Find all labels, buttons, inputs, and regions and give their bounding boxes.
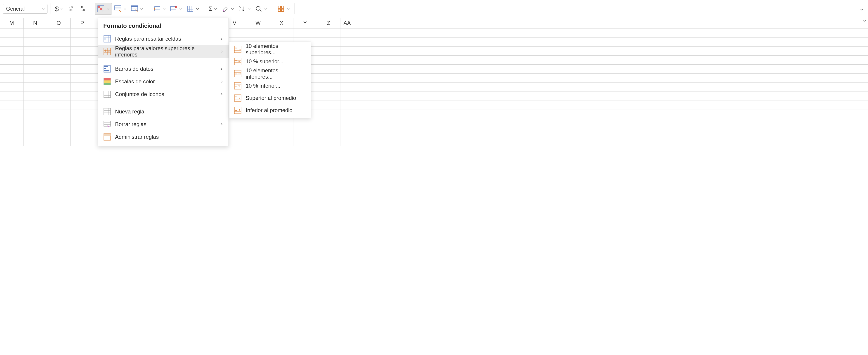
cell[interactable] (47, 137, 70, 146)
cell[interactable] (24, 92, 47, 101)
format-as-table-button[interactable] (112, 3, 129, 15)
cell[interactable] (47, 37, 70, 46)
cell[interactable] (340, 128, 354, 137)
column-header[interactable]: X (270, 18, 293, 28)
cell[interactable] (340, 56, 354, 64)
cell[interactable] (246, 128, 270, 137)
cell[interactable] (24, 83, 47, 92)
cell[interactable] (246, 119, 270, 128)
cell[interactable] (0, 83, 24, 92)
cell[interactable] (70, 128, 94, 137)
cell[interactable] (0, 37, 24, 46)
cell[interactable] (47, 119, 70, 128)
cell[interactable] (70, 110, 94, 119)
cell[interactable] (47, 101, 70, 109)
cell[interactable] (47, 74, 70, 83)
cell[interactable] (70, 92, 94, 101)
cell[interactable] (0, 110, 24, 119)
delete-cells-button[interactable] (168, 3, 184, 15)
column-header[interactable]: M (0, 18, 24, 28)
cell[interactable] (70, 37, 94, 46)
cell[interactable] (0, 92, 24, 101)
cell[interactable] (293, 128, 317, 137)
cell[interactable] (47, 29, 70, 37)
cell[interactable] (70, 29, 94, 37)
cell[interactable] (24, 110, 47, 119)
menu-color-scales[interactable]: Escalas de color (98, 75, 228, 88)
cell[interactable] (24, 128, 47, 137)
cell[interactable] (70, 74, 94, 83)
cell-styles-button[interactable] (129, 3, 145, 15)
cell[interactable] (340, 92, 354, 101)
cell[interactable] (47, 56, 70, 64)
increase-decimal-button[interactable]: ←0 ,00 (66, 3, 77, 15)
menu-clear-rules[interactable]: Borrar reglas (98, 118, 228, 131)
cell[interactable] (270, 29, 293, 37)
cell[interactable] (0, 74, 24, 83)
column-header[interactable]: W (246, 18, 270, 28)
menu-new-rule[interactable]: Nueva regla (98, 105, 228, 118)
cell[interactable] (340, 46, 354, 55)
cell[interactable] (317, 46, 340, 55)
column-header[interactable]: P (70, 18, 94, 28)
conditional-format-button[interactable] (95, 3, 112, 15)
cell[interactable] (0, 128, 24, 137)
cell[interactable] (317, 110, 340, 119)
cell[interactable] (24, 65, 47, 73)
cell[interactable] (340, 110, 354, 119)
cell[interactable] (0, 56, 24, 64)
cell[interactable] (317, 65, 340, 73)
cell[interactable] (70, 65, 94, 73)
cell[interactable] (270, 119, 293, 128)
cell[interactable] (24, 137, 47, 146)
column-header[interactable]: Z (317, 18, 340, 28)
submenu-above-average[interactable]: x̄ Superior al promedio (229, 92, 311, 104)
submenu-top-10-items[interactable]: 10 10 elementos superiores... (229, 43, 311, 55)
submenu-below-average[interactable]: x̄ Inferior al promedio (229, 104, 311, 117)
cell[interactable] (246, 137, 270, 146)
cell[interactable] (47, 110, 70, 119)
cell[interactable] (70, 101, 94, 109)
cell[interactable] (340, 119, 354, 128)
cell[interactable] (340, 37, 354, 46)
cell[interactable] (47, 92, 70, 101)
cell[interactable] (24, 119, 47, 128)
cell[interactable] (0, 46, 24, 55)
cell[interactable] (70, 56, 94, 64)
cell[interactable] (270, 137, 293, 146)
cell[interactable] (293, 137, 317, 146)
cell[interactable] (24, 29, 47, 37)
cell[interactable] (317, 56, 340, 64)
submenu-bottom-10-percent[interactable]: % 10 % inferior... (229, 80, 311, 92)
cell[interactable] (70, 119, 94, 128)
cell[interactable] (317, 37, 340, 46)
cell[interactable] (317, 119, 340, 128)
ribbon-overflow-button[interactable] (858, 4, 865, 15)
cell[interactable] (317, 83, 340, 92)
find-select-button[interactable] (253, 3, 270, 15)
cell[interactable] (24, 46, 47, 55)
menu-top-bottom-rules[interactable]: 10 Reglas para valores superiores e infe… (98, 45, 228, 58)
column-header[interactable]: O (47, 18, 70, 28)
menu-manage-rules[interactable]: Administrar reglas (98, 131, 228, 143)
menu-icon-sets[interactable]: Conjuntos de iconos (98, 88, 228, 101)
cell[interactable] (24, 101, 47, 109)
insert-cells-button[interactable] (151, 3, 168, 15)
cell[interactable] (0, 29, 24, 37)
cell[interactable] (317, 74, 340, 83)
cell[interactable] (317, 92, 340, 101)
cell[interactable] (0, 119, 24, 128)
cell[interactable] (70, 137, 94, 146)
submenu-top-10-percent[interactable]: % 10 % superior... (229, 55, 311, 68)
cell[interactable] (0, 101, 24, 109)
cell[interactable] (340, 137, 354, 146)
menu-highlight-cells-rules[interactable]: Reglas para resaltar celdas (98, 33, 228, 45)
submenu-bottom-10-items[interactable]: 10 10 elementos inferiores... (229, 68, 311, 80)
cell[interactable] (24, 56, 47, 64)
cell[interactable] (70, 83, 94, 92)
decrease-decimal-button[interactable]: ,00 →0 (77, 3, 89, 15)
cell[interactable] (340, 29, 354, 37)
cell[interactable] (317, 137, 340, 146)
cell[interactable] (340, 101, 354, 109)
currency-button[interactable]: $ (53, 3, 66, 15)
